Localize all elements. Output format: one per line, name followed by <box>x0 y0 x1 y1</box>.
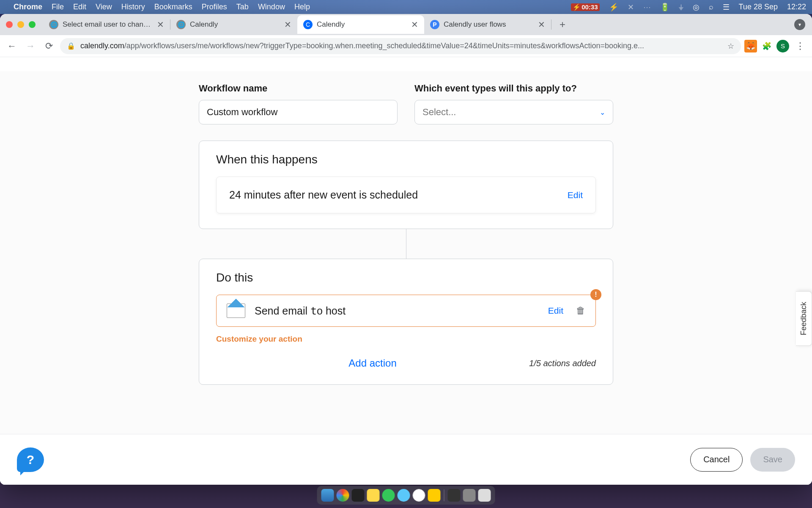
dock-chrome-icon[interactable] <box>337 489 349 502</box>
text-cursor: t <box>310 305 317 317</box>
action-description: Send email to host <box>255 305 539 317</box>
window-controls <box>6 21 36 28</box>
minimize-window-button[interactable] <box>17 21 24 28</box>
workflow-name-label: Workflow name <box>199 83 398 94</box>
dock-terminal-icon[interactable] <box>352 489 365 502</box>
battery-indicator[interactable]: ⚡00:33 <box>571 3 599 11</box>
event-types-field: Which event types will this apply to? Se… <box>414 83 613 124</box>
globe-icon: 🌐 <box>176 20 186 29</box>
wifi-icon[interactable]: ⏚ <box>679 3 683 11</box>
add-action-button[interactable]: Add action <box>216 357 529 369</box>
address-bar[interactable]: 🔒 calendly.com/app/workflows/users/me/wo… <box>60 38 741 54</box>
macos-dock[interactable] <box>317 486 495 505</box>
close-tab-icon[interactable]: ✕ <box>284 19 291 30</box>
new-tab-button[interactable]: + <box>555 17 570 32</box>
cancel-button[interactable]: Cancel <box>690 448 743 472</box>
tab-title: Calendly <box>317 20 407 29</box>
customize-action-message: Customize your action <box>216 334 596 344</box>
event-types-select[interactable]: Select... ⌄ <box>414 100 613 124</box>
footer-bar: ? Cancel Save <box>0 434 812 485</box>
page-icon: P <box>430 20 439 29</box>
chrome-menu-button[interactable]: ⋮ <box>793 39 808 54</box>
dock-app-icon[interactable] <box>382 489 395 502</box>
toolbar: ← → ⟳ 🔒 calendly.com/app/workflows/users… <box>0 35 812 57</box>
edit-trigger-button[interactable]: Edit <box>568 190 583 200</box>
edit-action-button[interactable]: Edit <box>548 306 563 316</box>
tabs-dropdown-button[interactable]: ▾ <box>794 19 805 30</box>
tab-3[interactable]: P Calendly user flows ✕ <box>424 15 551 34</box>
tab-2-active[interactable]: C Calendly ✕ <box>297 15 424 34</box>
dock-app-icon[interactable] <box>448 489 461 502</box>
dock-separator <box>444 489 444 501</box>
bookmark-star-icon[interactable]: ☆ <box>727 41 734 51</box>
close-tab-icon[interactable]: ✕ <box>538 19 545 30</box>
help-chat-button[interactable]: ? <box>17 447 44 472</box>
status-icon-3[interactable]: ⋯ <box>643 3 651 12</box>
chevron-down-icon: ⌄ <box>600 108 605 116</box>
menu-profiles[interactable]: Profiles <box>202 3 227 11</box>
menu-tab[interactable]: Tab <box>236 3 249 11</box>
reload-button[interactable]: ⟳ <box>41 39 57 54</box>
url-text: calendly.com/app/workflows/users/me/work… <box>80 41 722 50</box>
page-content: Workflow name Which event types will thi… <box>0 71 812 485</box>
dock-trash-icon[interactable] <box>478 489 491 502</box>
back-button[interactable]: ← <box>4 39 19 54</box>
dock-app-icon[interactable] <box>428 489 441 502</box>
select-placeholder: Select... <box>422 107 456 118</box>
menu-history[interactable]: History <box>121 3 145 11</box>
fullscreen-window-button[interactable] <box>29 21 36 28</box>
tab-title: Select email user to change | D <box>63 20 153 29</box>
action-box: ! Send email to host Edit 🗑 <box>216 295 596 327</box>
macos-menubar: Chrome File Edit View History Bookmarks … <box>0 0 812 14</box>
save-button[interactable]: Save <box>750 448 795 472</box>
spotlight-icon[interactable]: ⌕ <box>709 3 713 11</box>
close-tab-icon[interactable]: ✕ <box>411 19 418 30</box>
menu-edit[interactable]: Edit <box>73 3 86 11</box>
app-name[interactable]: Chrome <box>14 3 42 11</box>
tab-0[interactable]: 🌐 Select email user to change | D ✕ <box>43 15 170 34</box>
dock-app-icon[interactable] <box>413 489 425 502</box>
menu-view[interactable]: View <box>96 3 112 11</box>
menu-bookmarks[interactable]: Bookmarks <box>154 3 192 11</box>
workflow-name-input[interactable] <box>199 100 398 124</box>
actions-count: 1/5 actions added <box>529 359 596 368</box>
lock-icon: 🔒 <box>67 42 75 50</box>
tab-title: Calendly user flows <box>444 20 534 29</box>
menu-window[interactable]: Window <box>258 3 285 11</box>
extension-metamask-icon[interactable]: 🦊 <box>744 40 757 52</box>
close-window-button[interactable] <box>6 21 13 28</box>
profile-avatar[interactable]: S <box>776 40 789 52</box>
user-icon[interactable]: ◎ <box>693 3 700 12</box>
warning-badge-icon: ! <box>590 289 601 300</box>
dock-app-icon[interactable] <box>463 489 476 502</box>
menubar-date[interactable]: Tue 28 Sep <box>739 3 778 11</box>
feedback-tab[interactable]: Feedback <box>796 291 812 346</box>
delete-action-icon[interactable]: 🗑 <box>576 305 585 316</box>
tab-1[interactable]: 🌐 Calendly ✕ <box>170 15 297 34</box>
menu-file[interactable]: File <box>52 3 64 11</box>
battery-icon[interactable]: 🔋 <box>660 3 669 12</box>
extensions-button[interactable]: 🧩 <box>760 40 773 52</box>
trigger-box: 24 minutes after new event is scheduled … <box>216 177 596 213</box>
menu-help[interactable]: Help <box>294 3 310 11</box>
status-icon-2[interactable]: ✕ <box>628 3 634 12</box>
menubar-time[interactable]: 12:22 <box>787 3 806 11</box>
dock-app-icon[interactable] <box>398 489 410 502</box>
close-tab-icon[interactable]: ✕ <box>157 19 164 30</box>
trigger-description: 24 minutes after new event is scheduled <box>229 189 418 201</box>
control-center-icon[interactable]: ☰ <box>723 3 730 12</box>
tab-separator <box>551 19 551 30</box>
event-types-label: Which event types will this apply to? <box>414 83 613 94</box>
action-card: Do this ! Send email to host Edit 🗑 Cust… <box>199 259 613 385</box>
forward-button[interactable]: → <box>23 39 38 54</box>
action-heading: Do this <box>216 271 596 284</box>
tab-title: Calendly <box>190 20 280 29</box>
mail-icon <box>227 304 245 318</box>
browser-window: 🌐 Select email user to change | D ✕ 🌐 Ca… <box>0 14 812 485</box>
status-icon-1[interactable]: ⚡ <box>609 3 618 12</box>
dock-finder-icon[interactable] <box>321 489 334 502</box>
dock-notes-icon[interactable] <box>367 489 380 502</box>
workflow-name-field: Workflow name <box>199 83 398 124</box>
calendly-icon: C <box>303 20 313 29</box>
connector-line <box>406 229 406 259</box>
